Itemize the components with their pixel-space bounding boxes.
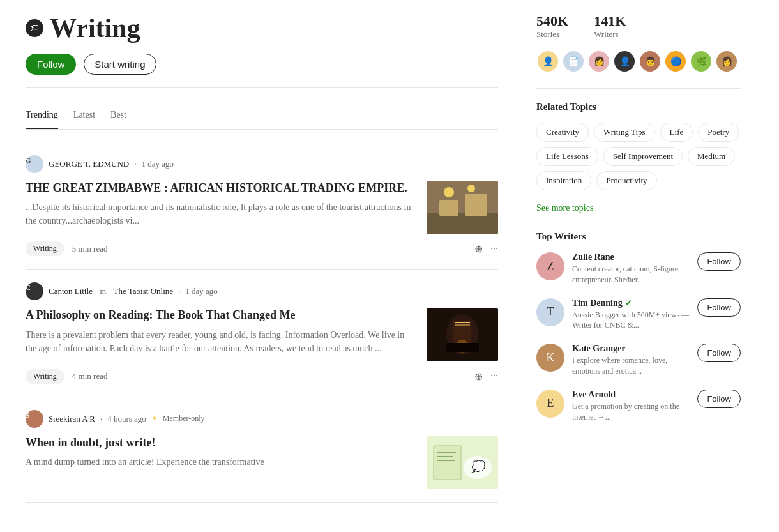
time-ago: 1 day ago	[185, 286, 218, 296]
article-title[interactable]: When in doubt, just write!	[26, 436, 416, 450]
svg-rect-2	[439, 200, 458, 216]
avatar: S	[26, 410, 43, 428]
author-name: Canton Little	[49, 286, 93, 296]
writer-avatar[interactable]: 👤	[536, 50, 559, 73]
article-card: S Sreekiran A R · 4 hours ago ✦ Member-o…	[26, 397, 498, 503]
article-title[interactable]: A Philosophy on Reading: The Book That C…	[26, 308, 416, 323]
article-title[interactable]: THE GREAT ZIMBABWE : AFRICAN HISTORICAL …	[26, 181, 416, 195]
writer-avatar[interactable]: 👩	[587, 50, 610, 73]
writer-row: Z Zulie Rane Content creator, cat mom, 6…	[536, 252, 741, 285]
topic-pill[interactable]: Life	[660, 123, 693, 142]
topic-pill[interactable]: Inspiration	[536, 171, 591, 190]
sidebar: 540K Stories 141K Writers 👤 📄 👩 👤 👨 🔵 🌿 …	[536, 13, 741, 503]
topic-pill[interactable]: Life Lessons	[536, 147, 598, 166]
stat-writers: 141K Writers	[594, 13, 626, 40]
writer-avatar[interactable]: Z	[536, 252, 564, 280]
writer-avatar[interactable]: 👤	[613, 50, 636, 73]
article-body: When in doubt, just write! A mind dump t…	[26, 436, 498, 489]
publication-name[interactable]: The Taoist Online	[114, 286, 173, 296]
see-more-topics-link[interactable]: See more topics	[536, 203, 741, 213]
related-topics: Creativity Writing Tips Life Poetry Life…	[536, 123, 741, 190]
svg-point-5	[467, 185, 475, 192]
article-tag[interactable]: Writing	[26, 241, 64, 256]
follow-writer-button[interactable]: Follow	[697, 344, 741, 362]
topic-pill[interactable]: Medium	[688, 147, 735, 166]
article-body: THE GREAT ZIMBABWE : AFRICAN HISTORICAL …	[26, 181, 498, 235]
divider	[536, 88, 741, 89]
writers-count: 141K	[594, 13, 626, 29]
writer-avatar[interactable]: T	[536, 298, 564, 326]
topic-pill[interactable]: Creativity	[536, 123, 589, 142]
avatar: C	[26, 282, 43, 300]
writer-name: Zulie Rane	[572, 252, 690, 262]
topic-header: 🏷 Writing Follow Start writing	[26, 13, 498, 88]
writer-avatar[interactable]: 👨	[639, 50, 662, 73]
stats-row: 540K Stories 141K Writers	[536, 13, 741, 40]
time-ago: 4 hours ago	[107, 414, 146, 424]
article-card: G GEORGE T. EDMUND · 1 day ago THE GREAT…	[26, 142, 498, 270]
writer-avatar[interactable]: 🔵	[664, 50, 687, 73]
follow-writer-button[interactable]: Follow	[697, 390, 741, 408]
article-meta: C Canton Little in The Taoist Online · 1…	[26, 282, 498, 300]
tab-best[interactable]: Best	[110, 103, 126, 129]
more-icon[interactable]: ···	[490, 370, 498, 382]
writer-name: Kate Granger	[572, 344, 690, 354]
writer-avatar[interactable]: 📄	[562, 50, 585, 73]
writer-avatar[interactable]: K	[536, 344, 564, 372]
main-content: 🏷 Writing Follow Start writing Trending …	[26, 13, 498, 503]
article-tag[interactable]: Writing	[26, 369, 64, 384]
svg-rect-10	[455, 324, 470, 326]
related-topics-title: Related Topics	[536, 102, 741, 112]
writer-avatar[interactable]: E	[536, 390, 564, 418]
read-time: 4 min read	[72, 371, 108, 381]
svg-rect-3	[465, 194, 487, 216]
topic-title: Writing	[50, 13, 140, 43]
member-only-label: Member-only	[163, 414, 205, 423]
topic-pill[interactable]: Poetry	[698, 123, 739, 142]
topic-actions: Follow Start writing	[26, 54, 498, 75]
follow-writer-button[interactable]: Follow	[697, 298, 741, 317]
article-card: C Canton Little in The Taoist Online · 1…	[26, 270, 498, 397]
writer-avatar[interactable]: 🌿	[690, 50, 713, 73]
topic-pill[interactable]: Self Improvement	[603, 147, 683, 166]
follow-writer-button[interactable]: Follow	[697, 252, 741, 271]
tab-trending[interactable]: Trending	[26, 103, 58, 129]
article-body: A Philosophy on Reading: The Book That C…	[26, 308, 498, 362]
topic-pill[interactable]: Productivity	[596, 171, 656, 190]
svg-rect-12	[446, 343, 479, 352]
stories-count: 540K	[536, 13, 568, 29]
save-icon[interactable]: ⊕	[474, 243, 483, 255]
svg-rect-16	[437, 452, 456, 453]
article-meta: G GEORGE T. EDMUND · 1 day ago	[26, 155, 498, 173]
tab-latest[interactable]: Latest	[73, 103, 95, 129]
member-badge: ✦	[151, 414, 158, 423]
topic-pill[interactable]: Writing Tips	[594, 123, 655, 142]
writer-bio: Content creator, cat mom, 6-figure entre…	[572, 264, 690, 285]
time-ago: 1 day ago	[142, 159, 174, 169]
article-excerpt: ...Despite its historical importance and…	[26, 201, 416, 227]
svg-rect-15	[434, 446, 460, 479]
stat-stories: 540K Stories	[536, 13, 568, 40]
writer-row: T Tim Denning ✓ Aussie Blogger with 500M…	[536, 298, 741, 331]
start-writing-button[interactable]: Start writing	[84, 54, 156, 75]
svg-text:💭: 💭	[471, 460, 486, 474]
article-meta: S Sreekiran A R · 4 hours ago ✦ Member-o…	[26, 410, 498, 428]
svg-point-4	[444, 187, 454, 197]
save-icon[interactable]: ⊕	[474, 370, 483, 383]
writer-name: Tim Denning ✓	[572, 298, 690, 308]
follow-button[interactable]: Follow	[26, 54, 76, 75]
verified-badge: ✓	[625, 298, 632, 308]
writer-bio: I explore where romance, love, emotions …	[572, 355, 690, 377]
article-thumbnail: 💭	[427, 436, 498, 489]
top-writers-title: Top Writers	[536, 231, 741, 242]
svg-rect-1	[427, 213, 498, 234]
more-icon[interactable]: ···	[490, 243, 498, 255]
writer-avatar[interactable]: 👩	[715, 50, 738, 73]
article-thumbnail	[427, 308, 498, 361]
author-name: Sreekiran A R	[49, 414, 95, 424]
writers-label: Writers	[594, 29, 626, 40]
article-thumbnail	[427, 181, 498, 234]
article-footer: Writing 4 min read ⊕ ···	[26, 369, 498, 384]
writer-bio: Aussie Blogger with 500M+ views — Writer…	[572, 310, 690, 331]
article-footer: Writing 5 min read ⊕ ···	[26, 241, 498, 256]
